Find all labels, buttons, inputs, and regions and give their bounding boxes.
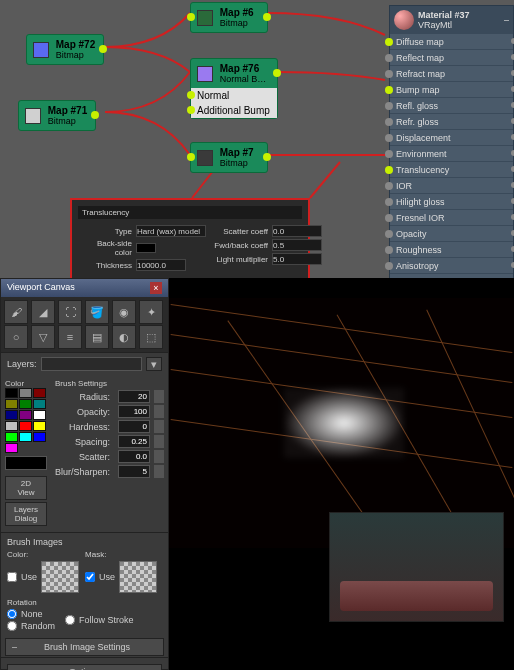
palette-swatch[interactable] xyxy=(5,410,18,420)
rot-follow[interactable] xyxy=(65,615,75,625)
node-editor[interactable]: Map #72 Bitmap Map #71 Bitmap Map #6 Bit… xyxy=(0,0,514,278)
type-dropdown[interactable] xyxy=(136,225,206,237)
input-port[interactable] xyxy=(385,230,393,238)
output-port[interactable] xyxy=(263,153,271,161)
input-port[interactable] xyxy=(385,166,393,174)
palette-swatch[interactable] xyxy=(19,432,32,442)
scatter-input[interactable] xyxy=(272,225,322,237)
material-slot-hilight-gloss[interactable]: Hilight gloss xyxy=(390,194,513,210)
input-port[interactable] xyxy=(385,182,393,190)
spinner[interactable] xyxy=(154,390,164,403)
pick-tool[interactable]: ✦ xyxy=(139,300,163,324)
panel-titlebar[interactable]: Viewport Canvas × xyxy=(1,279,168,297)
layers-tool[interactable]: ≡ xyxy=(58,325,82,349)
brush-tool[interactable]: 🖌 xyxy=(4,300,28,324)
material-slot-refl-gloss[interactable]: Refl. gloss xyxy=(390,98,513,114)
palette-swatch[interactable] xyxy=(33,410,46,420)
input-port[interactable] xyxy=(385,70,393,78)
palette-swatch[interactable] xyxy=(5,443,18,453)
spinner[interactable] xyxy=(154,435,164,448)
brush-image-settings-accordion[interactable]: –Brush Image Settings xyxy=(5,638,164,656)
material-slot-refract-map[interactable]: Refract map xyxy=(390,66,513,82)
shape-line-tool[interactable]: ▽ xyxy=(31,325,55,349)
options-button[interactable]: Options xyxy=(7,664,162,670)
palette-swatch[interactable] xyxy=(33,421,46,431)
palette-swatch[interactable] xyxy=(5,388,18,398)
spinner[interactable] xyxy=(154,450,164,463)
material-slot-anisotropy[interactable]: Anisotropy xyxy=(390,258,513,274)
palette-swatch[interactable] xyxy=(33,399,46,409)
material-slot-translucency[interactable]: Translucency xyxy=(390,162,513,178)
stack-tool[interactable]: ▤ xyxy=(85,325,109,349)
layers-dialog-button[interactable]: Layers Dialog xyxy=(5,502,47,526)
spinner[interactable] xyxy=(154,420,164,433)
input-port[interactable] xyxy=(385,198,393,206)
hardness-input[interactable] xyxy=(118,420,150,433)
output-port[interactable] xyxy=(263,13,271,21)
material-slot-ior[interactable]: IOR xyxy=(390,178,513,194)
material-slot-diffuse-map[interactable]: Diffuse map xyxy=(390,34,513,50)
bi-mask-image[interactable] xyxy=(119,561,157,593)
palette-swatch[interactable] xyxy=(19,388,32,398)
input-port[interactable] xyxy=(187,13,195,21)
input-port[interactable] xyxy=(385,246,393,254)
input-port[interactable] xyxy=(187,91,195,99)
view2d-button[interactable]: 2D View xyxy=(5,476,47,500)
input-port[interactable] xyxy=(385,38,393,46)
output-port[interactable] xyxy=(273,69,281,77)
lightmult-input[interactable] xyxy=(272,253,322,265)
fwdback-input[interactable] xyxy=(272,239,322,251)
spacing-input[interactable] xyxy=(118,435,150,448)
bi-mask-use[interactable] xyxy=(85,572,95,582)
fill-tool[interactable]: 🪣 xyxy=(85,300,109,324)
palette-swatch[interactable] xyxy=(33,432,46,442)
material-slot-environment[interactable]: Environment xyxy=(390,146,513,162)
clone-tool[interactable]: ⛶ xyxy=(58,300,82,324)
palette-swatch[interactable] xyxy=(5,399,18,409)
input-port[interactable] xyxy=(385,214,393,222)
material-slot-opacity[interactable]: Opacity xyxy=(390,226,513,242)
material-slot-roughness[interactable]: Roughness xyxy=(390,242,513,258)
input-port[interactable] xyxy=(187,106,195,114)
collapse-icon[interactable]: – xyxy=(504,15,509,25)
output-port[interactable] xyxy=(99,45,107,53)
spinner[interactable] xyxy=(154,405,164,418)
node-map72[interactable]: Map #72 Bitmap xyxy=(26,34,104,65)
palette-swatch[interactable] xyxy=(5,421,18,431)
eraser-tool[interactable]: ◢ xyxy=(31,300,55,324)
palette-swatch[interactable] xyxy=(5,432,18,442)
node-map71[interactable]: Map #71 Bitmap xyxy=(18,100,96,131)
blur-tool[interactable]: ◉ xyxy=(112,300,136,324)
input-port[interactable] xyxy=(385,134,393,142)
material-slot-bump-map[interactable]: Bump map xyxy=(390,82,513,98)
scatter-input[interactable] xyxy=(118,450,150,463)
palette-swatch[interactable] xyxy=(33,388,46,398)
shape-circle-tool[interactable]: ○ xyxy=(4,325,28,349)
palette-swatch[interactable] xyxy=(19,421,32,431)
input-port[interactable] xyxy=(385,102,393,110)
close-icon[interactable]: × xyxy=(150,282,162,294)
material-slot-refr-gloss[interactable]: Refr. gloss xyxy=(390,114,513,130)
node-map76[interactable]: Map #76 Normal B… Normal Additional Bump xyxy=(190,58,278,119)
output-port[interactable] xyxy=(91,111,99,119)
current-color[interactable] xyxy=(5,456,47,470)
bi-color-image[interactable] xyxy=(41,561,79,593)
palette-swatch[interactable] xyxy=(19,399,32,409)
material-slot-fresnel-ior[interactable]: Fresnel IOR xyxy=(390,210,513,226)
viewport-3d[interactable] xyxy=(169,278,514,670)
material-slot-reflect-map[interactable]: Reflect map xyxy=(390,50,513,66)
layer-menu-icon[interactable]: ▾ xyxy=(146,357,162,371)
input-port[interactable] xyxy=(385,54,393,62)
radius-input[interactable] xyxy=(118,390,150,403)
bi-color-use[interactable] xyxy=(7,572,17,582)
backside-swatch[interactable] xyxy=(136,243,156,253)
input-port[interactable] xyxy=(187,153,195,161)
palette-swatch[interactable] xyxy=(19,410,32,420)
opacity-input[interactable] xyxy=(118,405,150,418)
spinner[interactable] xyxy=(154,465,164,478)
node-map6[interactable]: Map #6 Bitmap xyxy=(190,2,268,33)
rot-random[interactable] xyxy=(7,621,17,631)
input-port[interactable] xyxy=(385,118,393,126)
viewport-canvas-panel[interactable]: Viewport Canvas × 🖌 ◢ ⛶ 🪣 ◉ ✦ ○ ▽ ≡ ▤ ◐ … xyxy=(0,278,169,670)
blur-input[interactable] xyxy=(118,465,150,478)
